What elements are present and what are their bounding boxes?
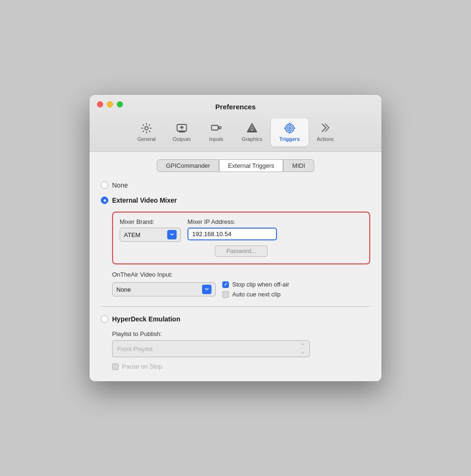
playlist-arrows-icon: ⌃⌄ [300,343,305,355]
tab-gpicommander[interactable]: GPICommander [157,159,219,172]
external-video-mixer-row: External Video Mixer [101,197,370,204]
titlebar: Preferences General Outputs [89,95,382,152]
mixer-brand-group: Mixer Brand: ATEM [120,218,181,242]
mixer-brand-arrow-icon [167,230,177,239]
tab-external-triggers[interactable]: External Triggers [219,159,283,172]
toolbar-item-inputs[interactable]: Inputs [199,118,233,147]
mixer-fields-row: Mixer Brand: ATEM Mixer IP Address: [120,218,363,242]
playlist-select: Front Playlist ⌃⌄ [112,340,310,357]
stop-clip-row: Stop clip when off-air [222,281,289,288]
playlist-label: Playlist to Publish: [112,330,370,337]
external-video-mixer-radio-button[interactable] [101,197,108,204]
svg-rect-2 [211,125,218,130]
password-button[interactable]: Password... [215,246,268,257]
ontheair-arrow-icon [202,285,211,294]
actions-icon [319,122,332,134]
inputs-label: Inputs [209,136,223,142]
toolbar: General Outputs Inputs [129,116,342,147]
checkboxes-column: Stop clip when off-air Auto cue next cli… [222,281,289,298]
pause-on-stop-checkbox [112,363,119,370]
auto-cue-checkbox[interactable] [222,291,229,298]
hyperdeck-inner: Playlist to Publish: Front Playlist ⌃⌄ P… [112,330,370,370]
content-area: GPICommander External Triggers MIDI None… [89,152,382,381]
mixer-brand-select[interactable]: ATEM [120,228,181,242]
hyperdeck-radio-button[interactable] [101,315,108,323]
toolbar-item-actions[interactable]: Actions [309,118,342,147]
auto-cue-label: Auto cue next clip [232,291,281,298]
ontheair-section: OnTheAir Video Input: None Stop clip whe… [112,271,370,298]
graphics-icon [246,122,258,134]
stop-clip-checkbox[interactable] [222,281,229,288]
mixer-ip-group: Mixer IP Address: [187,218,277,240]
svg-point-0 [145,127,148,130]
hyperdeck-section: HyperDeck Emulation Playlist to Publish:… [101,315,370,370]
hyperdeck-row: HyperDeck Emulation [101,315,370,323]
none-radio-label: None [112,181,128,189]
ontheair-select[interactable]: None [112,282,216,296]
mixer-brand-value: ATEM [124,231,167,238]
gear-icon [140,122,153,134]
preferences-window: Preferences General Outputs [89,95,382,381]
tab-midi[interactable]: MIDI [283,159,314,172]
svg-point-9 [287,126,292,131]
ontheair-row: None Stop clip when off-air Auto cue [112,281,370,298]
stop-clip-label: Stop clip when off-air [232,281,289,288]
subtabs: GPICommander External Triggers MIDI [101,159,370,172]
toolbar-item-outputs[interactable]: Outputs [164,118,200,147]
mixer-ip-input[interactable] [187,228,277,240]
none-option-row: None [101,181,370,189]
ontheair-value: None [116,286,131,293]
playlist-placeholder: Front Playlist [117,345,153,353]
section-divider [101,306,370,307]
triggers-icon [284,122,296,134]
mixer-ip-label: Mixer IP Address: [187,218,277,225]
toolbar-item-graphics[interactable]: Graphics [233,118,271,147]
external-video-mixer-label: External Video Mixer [112,197,177,204]
actions-label: Actions [317,136,334,142]
pause-on-stop-label: Pause on Stop [122,363,162,370]
hyperdeck-label: HyperDeck Emulation [112,315,180,323]
none-radio-button[interactable] [101,181,108,189]
outputs-icon [176,122,188,134]
inputs-icon [210,122,222,134]
mixer-brand-label: Mixer Brand: [120,218,181,225]
general-label: General [137,136,155,142]
graphics-label: Graphics [242,136,262,142]
pause-row: Pause on Stop [112,363,370,370]
mixer-config-box: Mixer Brand: ATEM Mixer IP Address: [112,212,370,264]
auto-cue-row: Auto cue next clip [222,291,289,298]
window-title: Preferences [97,103,374,111]
outputs-label: Outputs [173,136,191,142]
triggers-label: Triggers [279,136,300,142]
toolbar-item-general[interactable]: General [129,118,164,147]
toolbar-item-triggers[interactable]: Triggers [271,118,308,147]
ontheair-label: OnTheAir Video Input: [112,271,370,278]
svg-point-10 [289,127,291,129]
